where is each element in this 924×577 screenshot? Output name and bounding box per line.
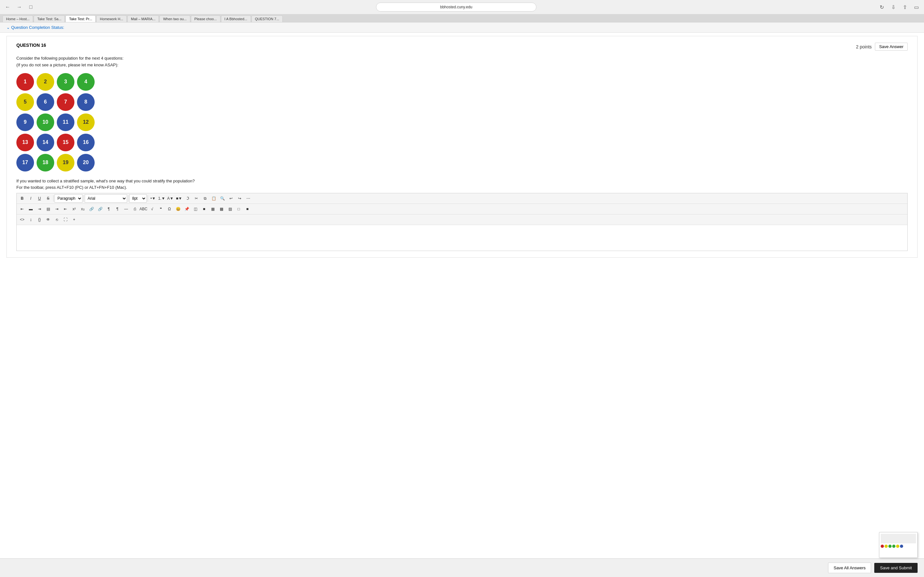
browser-tab[interactable]: Take Test: Sa... [34,15,65,22]
circle-16: 16 [77,134,95,151]
circle-2: 2 [37,73,54,91]
thumbnail-overlay [879,532,918,558]
browser-tab[interactable]: QUESTION 7... [252,15,283,22]
emoji-button[interactable]: 😀 [174,205,182,213]
circle-10: 10 [37,113,54,131]
tab-button[interactable]: □ [26,3,35,11]
page-break-button[interactable]: ⎙ [131,205,139,213]
paste-button[interactable]: 📋 [210,194,218,203]
table-btn3[interactable]: ▨ [226,205,234,213]
template-button[interactable]: ⎋ [53,215,61,224]
intro-text: Consider the following population for th… [16,55,908,62]
font-select[interactable]: Arial Times New Roman Courier New [85,194,127,203]
add-button[interactable]: + [70,215,78,224]
toolbar-row-1: B I U S Paragraph Heading 1 Heading 2 He… [17,193,907,204]
cut-button[interactable]: ✂ [192,194,200,203]
blockquote-button[interactable]: ❝ [157,205,165,213]
preview-button[interactable]: 👁 [44,215,52,224]
size-select[interactable]: 8pt 10pt 12pt 14pt [129,194,147,203]
more-button[interactable]: ⋯ [244,194,252,203]
copy-button[interactable]: ⧉ [201,194,209,203]
completion-label: Question Completion Status: [11,25,64,30]
circle-9: 9 [16,113,34,131]
ordered-list-button[interactable]: 1.▼ [158,194,166,203]
anchor-button[interactable]: 📌 [183,205,191,213]
hr-button[interactable]: — [122,205,130,213]
source-button[interactable]: <> [18,215,26,224]
subscript-button[interactable]: x₂ [79,205,87,213]
editor-content-area[interactable] [17,225,907,251]
link-button[interactable]: 🔗 [87,205,95,213]
find-button[interactable]: 🔍 [218,194,226,203]
browser-tab[interactable]: Home – Host... [3,15,33,22]
browser-tab[interactable]: Please choo... [191,15,220,22]
unordered-list-button[interactable]: •▼ [149,194,157,203]
circle-14: 14 [37,134,54,151]
circle-4: 4 [77,73,95,91]
superscript-button[interactable]: x² [70,205,78,213]
strikethrough-button[interactable]: S [44,194,52,203]
download-button[interactable]: ⇩ [889,3,898,11]
redo-button[interactable]: ↪ [236,194,244,203]
bold-button[interactable]: B [18,194,26,203]
circle-7: 7 [57,93,74,111]
indent-increase-button[interactable]: ⇥ [53,205,61,213]
align-justify-button[interactable]: ▤ [44,205,52,213]
sqrt-button[interactable]: √ [148,205,156,213]
align-left-button[interactable]: ⇤ [18,205,26,213]
paragraph-mark-button[interactable]: ¶ [113,205,121,213]
question-completion-bar[interactable]: ⌄ Question Completion Status: [0,23,924,33]
address-bar[interactable]: bbhosted.cuny.edu [376,3,536,11]
table-options-button[interactable]: ▦ [208,205,217,213]
reload-button[interactable]: ↻ [877,3,886,11]
clear-format-button[interactable]: ℑ [184,194,192,203]
css-button[interactable]: {} [35,215,44,224]
circles-row: 17181920 [16,154,908,171]
prompt-line1: If you wanted to collect a stratified sa… [16,178,908,185]
underline-button[interactable]: U [35,194,44,203]
fullscreen-button[interactable]: ▭ [912,3,921,11]
font-color-button[interactable]: A▼ [166,194,174,203]
question-points-area: 2 points Save Answer [856,43,908,51]
browser-tab[interactable]: I A Bbhosted... [221,15,251,22]
browser-chrome: ← → □ bbhosted.cuny.edu ↻ ⇩ ⇪ ▭ Home – H… [0,0,924,23]
show-blocks-button[interactable]: ¶ [105,205,113,213]
share-button[interactable]: ⇪ [900,3,909,11]
paragraph-select[interactable]: Paragraph Heading 1 Heading 2 Heading 3 [55,194,82,203]
unlink-button[interactable]: 🔗 [96,205,104,213]
table-btn4[interactable]: □ [234,205,243,213]
browser-tab[interactable]: When two ou... [160,15,190,22]
table-btn5[interactable]: ■ [243,205,252,213]
align-right-button[interactable]: ⇥ [35,205,44,213]
fullscreen-editor-button[interactable]: ⛶ [61,215,69,224]
circle-15: 15 [57,134,74,151]
save-answer-button[interactable]: Save Answer [875,43,908,51]
circle-18: 18 [37,154,54,171]
undo-button[interactable]: ↩ [227,194,235,203]
table-insert-button[interactable]: ◫ [191,205,200,213]
forward-button[interactable]: → [15,3,24,11]
table-properties-button[interactable]: ■ [200,205,208,213]
align-center-button[interactable]: ▬ [27,205,35,213]
circles-row: 9101112 [16,113,908,131]
back-button[interactable]: ← [3,3,12,11]
page-footer: Save All Answers Save and Submit [0,558,924,561]
browser-tab[interactable]: Mail – MARIA... [128,15,159,22]
table-btn2[interactable]: ▩ [217,205,226,213]
separator-1 [53,195,53,201]
question-intro: Consider the following population for th… [16,55,908,69]
circles-row: 1234 [16,73,908,91]
circles-grid: 1234567891011121314151617181920 [16,73,908,171]
browser-tabs: Home – Host...Take Test: Sa...Take Test:… [0,14,924,22]
text-dir-button[interactable]: ↨ [27,215,35,224]
spell-check-button[interactable]: ABC [139,205,148,213]
circles-row: 13141516 [16,134,908,151]
italic-button[interactable]: I [27,194,35,203]
highlight-button[interactable]: ■▼ [175,194,183,203]
browser-tab[interactable]: Take Test: Pr... [65,15,95,22]
question-number: QUESTION 16 [16,43,46,48]
circle-5: 5 [16,93,34,111]
browser-tab[interactable]: Homework H... [96,15,127,22]
special-char-button[interactable]: Ω [165,205,174,213]
indent-decrease-button[interactable]: ⇤ [61,205,69,213]
